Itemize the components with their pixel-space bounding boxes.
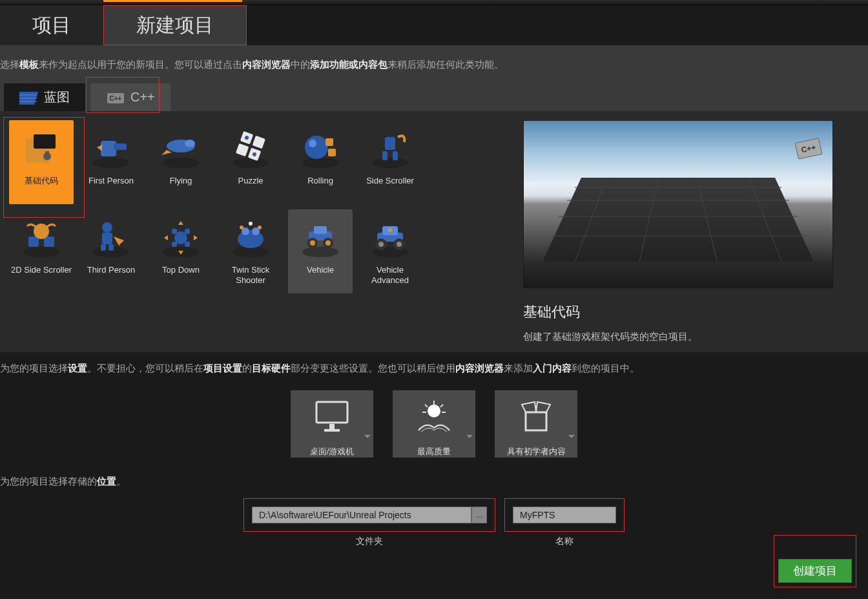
location-help-text: 为您的项目选择存储的位置。 bbox=[0, 468, 868, 496]
vehicleadv-icon bbox=[367, 215, 413, 261]
template-item-vehicle[interactable]: Vehicle bbox=[288, 209, 353, 293]
dropdown-caret-icon bbox=[568, 435, 575, 438]
template-item-vehicleadv[interactable]: Vehicle Advanced bbox=[358, 209, 422, 293]
template-label: Twin Stick Shooter bbox=[218, 265, 283, 285]
puzzle-icon bbox=[227, 125, 274, 172]
svg-marker-15 bbox=[161, 150, 172, 155]
template-item-2dscroller[interactable]: 2D Side Scroller bbox=[9, 209, 74, 293]
t: 到您的项目中。 bbox=[572, 363, 639, 373]
option-label: 桌面/游戏机 bbox=[310, 442, 355, 457]
template-item-topdown[interactable]: Top Down bbox=[149, 209, 213, 293]
svg-rect-46 bbox=[185, 242, 190, 247]
svg-rect-38 bbox=[102, 233, 112, 244]
tab-project[interactable]: 项目 bbox=[0, 5, 103, 45]
svg-rect-43 bbox=[172, 229, 177, 234]
template-label: Third Person bbox=[87, 265, 135, 275]
cpp-badge-icon: C++ bbox=[795, 138, 823, 159]
option-cards: 桌面/游戏机最高质量具有初学者内容 bbox=[0, 385, 868, 468]
svg-point-16 bbox=[232, 158, 269, 168]
svg-rect-11 bbox=[114, 143, 127, 150]
option-label: 具有初学者内容 bbox=[507, 442, 566, 457]
quality-icon bbox=[393, 390, 475, 442]
template-item-rolling[interactable]: Rolling bbox=[288, 120, 353, 204]
template-item-thirdperson[interactable]: Third Person bbox=[79, 209, 143, 293]
intro-bold: 模板 bbox=[19, 59, 39, 70]
svg-point-51 bbox=[240, 226, 243, 229]
svg-line-83 bbox=[425, 405, 428, 407]
t: 部分变更这些设置。您也可以稍后使用 bbox=[291, 363, 455, 373]
tab-new-project[interactable]: 新建项目 bbox=[103, 5, 247, 45]
template-item-puzzle[interactable]: Puzzle bbox=[218, 120, 283, 204]
svg-point-12 bbox=[163, 158, 199, 168]
intro-text-part: 来稍后添加任何此类功能。 bbox=[388, 59, 504, 70]
tb: 内容浏览器 bbox=[455, 363, 504, 373]
browse-button[interactable]: ... bbox=[471, 507, 487, 523]
svg-rect-45 bbox=[172, 242, 177, 247]
template-label: Puzzle bbox=[238, 176, 263, 186]
preview-title: 基础代码 bbox=[523, 302, 859, 322]
template-label: Rolling bbox=[307, 176, 333, 186]
main-area: 选择模板来作为起点以用于您的新项目。您可以通过点击内容浏览器中的添加功能或内容包… bbox=[0, 45, 868, 352]
intro-text-part: 来作为起点以用于您的新项目。您可以通过点击 bbox=[39, 59, 242, 70]
tb: 位置 bbox=[97, 476, 116, 487]
template-item-basic[interactable]: 基础代码 bbox=[9, 120, 74, 204]
t: 。 bbox=[116, 476, 126, 487]
template-item-firstperson[interactable]: First Person bbox=[79, 120, 143, 204]
svg-point-32 bbox=[23, 247, 59, 257]
sub-tab-label: 蓝图 bbox=[44, 89, 70, 106]
option-quality[interactable]: 最高质量 bbox=[393, 390, 475, 457]
svg-point-52 bbox=[258, 226, 262, 229]
create-project-button[interactable]: 创建项目 bbox=[778, 559, 852, 583]
name-input[interactable] bbox=[513, 507, 616, 523]
sub-tab-blueprint[interactable]: 蓝图 bbox=[4, 83, 85, 111]
settings-help-text: 为您的项目选择设置。不要担心，您可以稍后在项目设置的目标硬件部分变更这些设置。您… bbox=[0, 352, 868, 385]
folder-label: 文件夹 bbox=[356, 536, 383, 547]
svg-text:C++: C++ bbox=[110, 95, 122, 102]
svg-line-84 bbox=[440, 405, 443, 407]
sub-tabs: 蓝图 C++ C++ bbox=[0, 83, 868, 111]
name-input-wrap bbox=[504, 498, 625, 532]
option-label: 最高质量 bbox=[417, 442, 451, 457]
dropdown-caret-icon bbox=[466, 435, 473, 438]
starter-icon bbox=[495, 390, 577, 442]
preview-panel: C++ 基础代码 创建了基础游戏框架代码类的空白项目。 bbox=[523, 120, 859, 343]
svg-rect-40 bbox=[108, 244, 114, 251]
svg-rect-87 bbox=[526, 412, 546, 430]
svg-rect-80 bbox=[324, 429, 340, 432]
main-tabs: 项目 新建项目 bbox=[0, 5, 868, 45]
tb: 项目设置 bbox=[203, 363, 242, 373]
svg-marker-69 bbox=[542, 178, 814, 262]
svg-rect-18 bbox=[253, 136, 266, 149]
option-starter[interactable]: 具有初学者内容 bbox=[495, 390, 577, 457]
blueprint-icon bbox=[19, 90, 39, 105]
t: 的 bbox=[242, 363, 252, 373]
rolling-icon bbox=[297, 125, 344, 172]
path-row: ... 文件夹 名称 bbox=[0, 496, 868, 550]
folder-input[interactable] bbox=[252, 507, 471, 523]
preview-description: 创建了基础游戏框架代码类的空白项目。 bbox=[523, 331, 859, 343]
template-panel: 基础代码First PersonFlyingPuzzleRollingSide … bbox=[0, 111, 868, 352]
folder-field: ... 文件夹 bbox=[243, 498, 495, 547]
svg-rect-6 bbox=[34, 134, 56, 149]
svg-point-81 bbox=[428, 405, 440, 417]
template-label: Flying bbox=[170, 176, 192, 186]
svg-rect-44 bbox=[185, 229, 190, 234]
template-item-flying[interactable]: Flying bbox=[149, 120, 213, 204]
basic-icon bbox=[18, 125, 65, 172]
t: 来添加 bbox=[504, 363, 533, 373]
template-item-twinstick[interactable]: Twin Stick Shooter bbox=[218, 209, 283, 293]
cpp-icon: C++ bbox=[106, 90, 125, 105]
template-item-sidescroller[interactable]: Side Scroller bbox=[358, 120, 422, 204]
t: 为您的项目选择存储的 bbox=[0, 476, 97, 487]
option-desktop[interactable]: 桌面/游戏机 bbox=[291, 390, 373, 457]
intro-bold: 添加功能或内容包 bbox=[310, 59, 388, 70]
template-grid: 基础代码First PersonFlyingPuzzleRollingSide … bbox=[9, 120, 422, 343]
svg-point-54 bbox=[302, 247, 338, 257]
template-label: 基础代码 bbox=[25, 176, 58, 186]
svg-rect-26 bbox=[326, 138, 333, 146]
tb: 目标硬件 bbox=[252, 363, 291, 373]
svg-rect-79 bbox=[329, 424, 335, 429]
svg-point-9 bbox=[93, 158, 129, 168]
intro-bold: 内容浏览器 bbox=[242, 59, 291, 70]
sub-tab-cpp[interactable]: C++ C++ bbox=[90, 83, 170, 111]
